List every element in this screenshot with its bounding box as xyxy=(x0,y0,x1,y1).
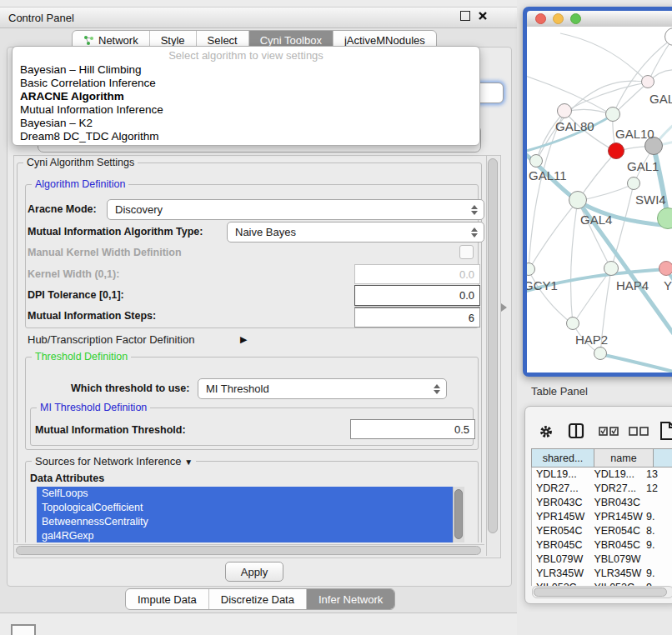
network-node[interactable] xyxy=(529,154,543,168)
network-node-label: Y xyxy=(664,278,672,292)
tab-impute-data[interactable]: Impute Data xyxy=(126,589,209,609)
new-table-icon[interactable] xyxy=(659,421,672,441)
table-row[interactable]: YLR345W YLR345W 9. xyxy=(532,567,672,581)
hub-section-label: Hub/Transcription Factor Definition xyxy=(28,333,194,346)
algorithm-definition-title: Algorithm Definition xyxy=(32,178,128,190)
network-node[interactable] xyxy=(557,103,572,118)
network-canvas[interactable]: GALGAL80GAL10GAL1GAL11SWI4GAL4GCY1HAP4YH… xyxy=(527,27,672,372)
table-row[interactable]: YBR043C YBR043C xyxy=(532,496,672,510)
table-row[interactable]: YER054C YER054C 8. xyxy=(532,524,672,538)
algorithm-option[interactable]: Basic Correlation Inference xyxy=(13,77,479,90)
close-traffic-light-icon[interactable] xyxy=(535,13,546,24)
mi-threshold-title: MI Threshold Definition xyxy=(37,402,150,413)
data-attribute-item[interactable]: gal4RGexp xyxy=(37,529,453,542)
network-node[interactable] xyxy=(604,261,619,276)
split-columns-icon[interactable] xyxy=(568,422,584,439)
network-node-label: GAL1 xyxy=(627,159,659,173)
network-node[interactable] xyxy=(594,347,607,360)
cell-name: YDR27... xyxy=(589,482,644,496)
cell-shared-name: YPR145W xyxy=(532,510,589,524)
algorithm-option[interactable]: Dream8 DC_TDC Algorithm xyxy=(13,130,479,143)
cell-name: YBL079W xyxy=(589,552,644,567)
cell-shared-name: YBR043C xyxy=(532,496,589,510)
table-horizontal-scrollbar-thumb[interactable] xyxy=(534,588,667,597)
tab-label: Select xyxy=(208,34,238,47)
network-window-titlebar[interactable] xyxy=(527,11,672,28)
aracne-mode-combobox[interactable]: Discovery xyxy=(107,199,484,220)
dpi-tolerance-value: 0.0 xyxy=(459,289,474,302)
list-scrollbar-thumb[interactable] xyxy=(454,489,463,539)
which-threshold-value: MI Threshold xyxy=(206,382,269,395)
network-node[interactable] xyxy=(659,261,672,276)
column-header-label: name xyxy=(610,452,636,464)
apply-button[interactable]: Apply xyxy=(225,562,283,582)
cell-shared-name: YDL19... xyxy=(532,468,589,482)
panel-collapse-arrow-icon[interactable] xyxy=(501,303,507,312)
table-body: YDL19... YDL19... 13 YDR27... YDR27... 1… xyxy=(531,468,672,586)
algorithm-option[interactable]: ARACNE Algorithm xyxy=(13,90,479,103)
table-row[interactable]: YDR27... YDR27... 12 xyxy=(532,482,672,496)
tab-discretize-data[interactable]: Discretize Data xyxy=(209,589,307,609)
data-attribute-item[interactable]: BetweennessCentrality xyxy=(37,515,453,529)
table-row[interactable]: YBL079W YBL079W xyxy=(532,552,672,567)
network-node[interactable] xyxy=(566,317,579,330)
collapse-down-icon[interactable]: ▼ xyxy=(184,458,193,467)
control-panel-title: Control Panel xyxy=(8,12,74,24)
column-header-partial[interactable] xyxy=(653,448,672,468)
network-node[interactable] xyxy=(627,177,640,190)
minimized-panel-icon[interactable] xyxy=(11,624,36,635)
column-header-name[interactable]: name xyxy=(594,448,653,468)
which-threshold-label: Which threshold to use: xyxy=(71,382,189,394)
mi-type-combobox[interactable]: Naive Bayes xyxy=(227,222,484,242)
data-attribute-item[interactable]: SelfLoops xyxy=(37,487,453,501)
mi-threshold-value: 0.5 xyxy=(454,423,469,436)
data-attribute-item[interactable]: TopologicalCoefficient xyxy=(37,501,453,515)
zoom-traffic-light-icon[interactable] xyxy=(570,13,581,24)
table-row[interactable]: YIL052C YIL052C 9. xyxy=(532,581,672,586)
settings-horizontal-scrollbar-thumb[interactable] xyxy=(16,546,481,555)
cell-shared-name: YBR045C xyxy=(532,538,589,552)
network-node[interactable] xyxy=(641,75,654,88)
tab-label: Cyni Toolbox xyxy=(260,34,322,47)
threshold-title: Threshold Definition xyxy=(32,351,131,362)
algorithm-option[interactable]: Mutual Information Inference xyxy=(13,103,479,117)
manual-kernel-checkbox[interactable] xyxy=(459,245,474,259)
dpi-tolerance-field[interactable]: 0.0 xyxy=(354,285,480,306)
network-node[interactable] xyxy=(608,142,624,159)
deselect-all-columns-icon[interactable] xyxy=(629,427,649,437)
minimize-traffic-light-icon[interactable] xyxy=(553,13,564,24)
cell-value: 13 xyxy=(644,468,672,482)
select-all-columns-icon[interactable] xyxy=(599,427,619,437)
network-node[interactable] xyxy=(569,191,587,209)
kernel-width-field[interactable]: 0.0 xyxy=(354,264,480,284)
cell-name: YPR145W xyxy=(589,510,644,524)
cell-shared-name: YDR27... xyxy=(532,482,589,496)
close-icon[interactable] xyxy=(478,11,488,21)
cell-value: 8. xyxy=(644,524,672,538)
tab-infer-network[interactable]: Infer Network xyxy=(307,589,394,609)
algorithm-option[interactable]: Bayesian – K2 xyxy=(13,117,479,130)
cell-value xyxy=(644,496,672,510)
expand-right-icon[interactable]: ▶ xyxy=(240,334,247,345)
dpi-tolerance-label: DPI Tolerance [0,1]: xyxy=(28,289,124,301)
algorithm-option[interactable]: Bayesian – Hill Climbing xyxy=(13,63,479,77)
algorithm-dropdown-popup: Select algorithm to view settings Bayesi… xyxy=(12,46,480,146)
network-node-label: GAL11 xyxy=(529,168,567,182)
control-panel-window-buttons xyxy=(460,11,488,21)
tab-label: Impute Data xyxy=(138,593,197,606)
aracne-mode-label: Aracne Mode: xyxy=(28,203,97,215)
mi-threshold-field[interactable]: 0.5 xyxy=(350,419,475,439)
network-node[interactable] xyxy=(605,107,620,122)
mi-steps-field[interactable]: 6 xyxy=(354,307,480,328)
gear-icon[interactable] xyxy=(539,424,554,439)
tab-label: jActiveMNodules xyxy=(344,34,425,47)
which-threshold-combobox[interactable]: MI Threshold xyxy=(198,378,447,399)
network-node-label: HAP4 xyxy=(616,278,649,292)
table-row[interactable]: YBR045C YBR045C 9. xyxy=(532,538,672,552)
column-header-shared-name[interactable]: shared... xyxy=(531,448,594,468)
table-row[interactable]: YPR145W YPR145W 9. xyxy=(532,510,672,524)
settings-vertical-scrollbar-thumb[interactable] xyxy=(488,158,498,533)
float-icon[interactable] xyxy=(460,11,470,21)
table-panel-title: Table Panel xyxy=(531,385,588,398)
table-row[interactable]: YDL19... YDL19... 13 xyxy=(532,468,672,482)
